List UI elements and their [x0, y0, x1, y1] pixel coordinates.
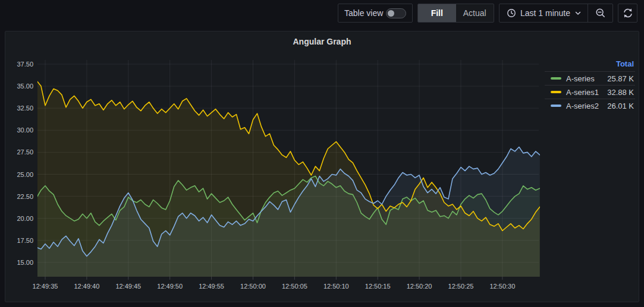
clock-icon: [507, 8, 516, 18]
time-picker-group: Last 1 minute: [499, 4, 613, 23]
x-axis-label: 12:50:05: [282, 283, 307, 290]
y-axis-label: 17.50: [17, 237, 33, 244]
legend-total-header[interactable]: Total: [545, 56, 635, 71]
y-axis-label: 20.00: [17, 215, 33, 222]
toggle-knob: [388, 10, 394, 17]
y-axis-label: 32.50: [17, 105, 33, 112]
chevron-down-icon: [574, 10, 582, 17]
table-view-toggle-button[interactable]: Table view: [338, 4, 413, 23]
series-color-swatch: [551, 91, 561, 93]
y-axis-label: 22.50: [17, 193, 33, 200]
legend-series-total-value: 25.87 K: [607, 74, 634, 83]
actual-option-button[interactable]: Actual: [456, 4, 494, 22]
legend-series-label: A-series2: [566, 102, 599, 110]
legend-series-total-value: 26.01 K: [607, 102, 634, 110]
legend-item-a-series[interactable]: A-series 25.87 K: [545, 71, 635, 85]
toolbar: Table view Fill Actual Last 1 minute: [0, 0, 644, 26]
y-axis-label: 37.50: [17, 61, 33, 68]
zoom-out-button[interactable]: [588, 4, 612, 22]
table-view-toggle-switch[interactable]: [386, 8, 406, 18]
x-axis-label: 12:49:35: [33, 283, 58, 290]
refresh-icon: [623, 8, 633, 18]
x-axis-label: 12:50:20: [407, 283, 432, 290]
table-view-label: Table view: [344, 8, 383, 18]
x-axis-label: 12:50:25: [448, 283, 474, 290]
x-axis-label: 12:49:45: [115, 283, 141, 290]
x-axis-label: 12:49:50: [157, 283, 183, 290]
y-axis-label: 35.00: [17, 83, 33, 90]
fill-option-button[interactable]: Fill: [418, 4, 456, 22]
x-axis-label: 12:50:10: [323, 283, 349, 290]
x-axis-label: 12:50:30: [489, 283, 515, 290]
y-axis-label: 27.50: [17, 148, 33, 156]
refresh-button[interactable]: [618, 4, 637, 23]
time-range-label: Last 1 minute: [520, 8, 570, 18]
series-color-swatch: [551, 77, 561, 80]
legend-series-label: A-series1: [566, 88, 599, 97]
y-axis-label: 30.00: [17, 126, 33, 134]
time-range-button[interactable]: Last 1 minute: [500, 4, 588, 22]
legend-series-total-value: 32.88 K: [607, 88, 634, 97]
x-axis-label: 12:50:15: [365, 283, 391, 290]
legend-item-a-series1[interactable]: A-series1 32.88 K: [545, 85, 635, 99]
y-axis-label: 25.00: [17, 171, 33, 178]
graph-panel: Angular Graph 37.5035.0032.5030.0027.502…: [5, 31, 639, 302]
series-color-swatch: [551, 105, 561, 107]
legend-series-label: A-series: [566, 74, 595, 83]
x-axis-label: 12:50:00: [240, 283, 266, 290]
x-axis-label: 12:49:55: [199, 283, 224, 290]
y-axis-label: 15.00: [17, 259, 33, 266]
fill-actual-segmented-control: Fill Actual: [417, 4, 494, 23]
legend-item-a-series2[interactable]: A-series2 26.01 K: [545, 99, 635, 112]
zoom-out-magnifier-minus-icon: [595, 8, 606, 18]
legend: Total A-series 25.87 K A-series1 32.88 K…: [545, 56, 635, 112]
x-axis-label: 12:49:40: [74, 283, 99, 290]
